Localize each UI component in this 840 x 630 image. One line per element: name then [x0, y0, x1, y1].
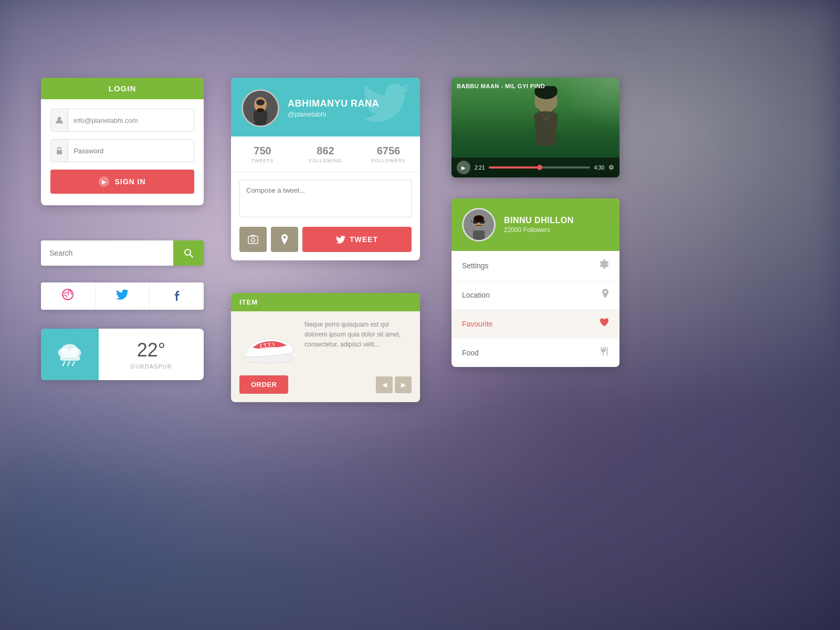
favourite-label: Favourite [462, 320, 492, 328]
svg-line-3 [190, 255, 193, 258]
tweet-compose-area [231, 172, 420, 227]
tweet-actions: TWEET [231, 227, 420, 260]
weather-icon-panel [41, 329, 99, 380]
video-controls: ▶ 2:21 4:30 ⚙ [452, 158, 620, 177]
favourite-menu-item[interactable]: Favourite [452, 310, 620, 338]
video-title-bar: BABBU MAAN - MIL GYI PIND [457, 83, 614, 89]
play-button[interactable]: ▶ [457, 161, 470, 174]
search-bar [41, 240, 204, 266]
svg-rect-1 [57, 150, 62, 154]
photo-button[interactable] [239, 227, 267, 252]
current-time: 2:21 [475, 165, 485, 171]
svg-rect-8 [60, 356, 80, 361]
login-card: LOGIN info@planetabhi.com [41, 78, 204, 205]
progress-bar[interactable] [489, 166, 590, 169]
sign-in-button[interactable]: ▶ SIGN IN [50, 170, 194, 194]
location-icon [602, 289, 609, 301]
email-input[interactable]: info@planetabhi.com [68, 109, 194, 131]
svg-rect-17 [248, 236, 258, 244]
weather-info: 22° GURDASPUR [99, 329, 204, 380]
food-icon [600, 346, 609, 359]
heart-icon [600, 318, 609, 329]
prev-button[interactable]: ◀ [376, 376, 393, 393]
svg-rect-31 [480, 220, 485, 224]
progress-fill [489, 166, 539, 169]
item-card: ITEM [231, 293, 420, 402]
profile-menu-avatar [462, 208, 496, 242]
item-image [239, 320, 297, 367]
svg-point-18 [251, 238, 255, 242]
search-input[interactable] [41, 240, 173, 266]
followers-stat: 6756 FOLLOWERS [357, 136, 420, 172]
svg-line-10 [68, 362, 70, 365]
following-stat: 862 FOLLOWING [294, 136, 357, 172]
svg-line-11 [72, 362, 75, 365]
dribbble-icon [61, 288, 74, 304]
facebook-button[interactable] [150, 282, 204, 310]
twitter-button[interactable] [96, 282, 150, 310]
food-menu-item[interactable]: Food [452, 338, 620, 367]
tweet-button[interactable]: TWEET [302, 227, 412, 252]
followers-count: 6756 [361, 145, 416, 157]
twitter-stats: 750 TWEETS 862 FOLLOWING 6756 FOLLOWERS [231, 136, 420, 172]
svg-rect-30 [473, 220, 478, 224]
search-button[interactable] [173, 240, 204, 266]
order-button[interactable]: ORDER [239, 375, 288, 394]
svg-line-9 [63, 362, 65, 365]
location-label: Location [462, 291, 490, 299]
profile-handle: @planetabhi [288, 110, 379, 118]
video-title: BABBU MAAN - MIL GYI PIND [457, 83, 545, 89]
followers-label: FOLLOWERS [361, 158, 416, 163]
tweet-textarea[interactable] [239, 180, 412, 217]
tweets-label: TWEETS [235, 158, 290, 163]
dribbble-button[interactable] [41, 282, 96, 310]
lock-icon [51, 140, 68, 162]
svg-point-16 [257, 108, 264, 112]
order-button-label: ORDER [251, 381, 277, 388]
email-input-group: info@planetabhi.com [50, 109, 194, 132]
item-description: Neque porro quisquam est qui dolorem ips… [304, 320, 412, 367]
weather-card: 22° GURDASPUR [41, 329, 204, 380]
navigation-arrows: ◀ ▶ [376, 376, 412, 393]
settings-label: Settings [462, 261, 489, 270]
item-header: ITEM [231, 293, 420, 311]
login-title: LOGIN [109, 84, 136, 93]
total-time: 4:30 [594, 165, 604, 171]
profile-menu-name: BINNU DHILLON [504, 216, 574, 225]
location-menu-item[interactable]: Location [452, 280, 620, 310]
play-icon: ▶ [99, 176, 109, 187]
twitter-bird-background [362, 83, 410, 129]
login-body: info@planetabhi.com ▶ SIGN IN [41, 99, 204, 205]
sign-in-label: SIGN IN [114, 177, 145, 186]
settings-icon[interactable]: ⚙ [608, 164, 614, 171]
svg-point-14 [256, 99, 265, 106]
twitter-profile-card: ABHIMANYU RANA @planetabhi 750 TWEETS 86… [231, 78, 420, 260]
password-input[interactable] [68, 140, 194, 162]
following-label: FOLLOWING [298, 158, 353, 163]
tweets-stat: 750 TWEETS [231, 136, 294, 172]
profile-menu-followers: 22000 Followers [504, 226, 574, 234]
profile-avatar [242, 89, 279, 127]
temperature-display: 22° [137, 339, 165, 361]
video-card: BABBU MAAN - MIL GYI PIND ▶ 2:21 4:30 ⚙ [452, 78, 620, 177]
rain-cloud-icon [54, 340, 86, 369]
settings-icon [600, 259, 609, 271]
svg-rect-33 [473, 230, 485, 240]
next-button[interactable]: ▶ [395, 376, 412, 393]
item-footer: ORDER ◀ ▶ [231, 375, 420, 402]
profile-menu-info: BINNU DHILLON 22000 Followers [504, 216, 574, 234]
video-thumbnail: BABBU MAAN - MIL GYI PIND ▶ 2:21 4:30 ⚙ [452, 78, 620, 177]
item-body: Neque porro quisquam est qui dolorem ips… [231, 311, 420, 375]
tweets-count: 750 [235, 145, 290, 157]
following-count: 862 [298, 145, 353, 157]
tweet-button-label: TWEET [350, 235, 378, 244]
location-button[interactable] [271, 227, 298, 252]
password-input-group [50, 139, 194, 162]
user-icon [51, 109, 68, 131]
item-title: ITEM [239, 298, 258, 306]
login-header: LOGIN [41, 78, 204, 99]
city-name: GURDASPUR [130, 363, 172, 370]
settings-menu-item[interactable]: Settings [452, 251, 620, 280]
profile-menu-card: BINNU DHILLON 22000 Followers Settings L… [452, 198, 620, 367]
twitter-icon [116, 289, 129, 303]
